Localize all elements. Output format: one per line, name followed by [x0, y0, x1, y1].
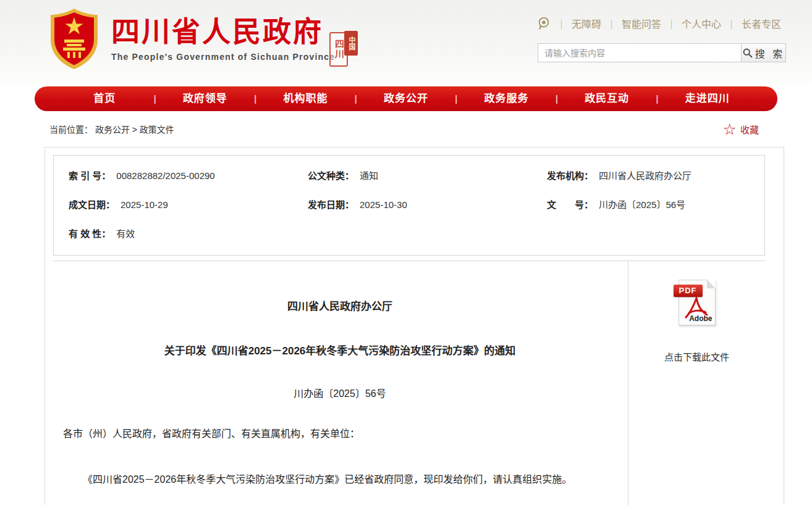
adobe-label: Adobe [689, 314, 712, 323]
link-divider: ｜ [727, 17, 736, 30]
site-logo[interactable]: 四川省人民政府 The People's Government of Sichu… [48, 7, 335, 70]
national-emblem-icon [48, 7, 100, 70]
nav-item-gov-info[interactable]: 政务公开 [357, 86, 455, 111]
breadcrumb-row: 当前位置： 政务公开 > 政策文件 ☆ 收藏 [0, 111, 812, 147]
search-input[interactable] [538, 43, 742, 62]
pdf-badge: PDF [674, 285, 703, 297]
breadcrumb-gov-info[interactable]: 政务公开 [95, 125, 130, 135]
content-wrapper: 索 引 号： 008282882/2025-00290 公文种类： 通知 发布机… [44, 147, 784, 505]
meta-label: 发布机构： [547, 169, 593, 182]
nav-item-org-functions[interactable]: 机构职能 [256, 86, 355, 111]
document-meta-table: 索 引 号： 008282882/2025-00290 公文种类： 通知 发布机… [53, 155, 765, 256]
breadcrumb-label: 当前位置： [49, 125, 93, 135]
download-file-link[interactable]: 点击下载此文件 [664, 350, 729, 363]
breadcrumb: 当前位置： 政务公开 > 政策文件 [49, 123, 174, 135]
meta-row: 有 效 性： 有效 [54, 219, 764, 248]
meta-value: 四川省人民政府办公厅 [599, 169, 691, 182]
breadcrumb-separator: > [132, 125, 137, 135]
audio-reader-icon[interactable] [536, 17, 550, 30]
page-fold-corner [707, 280, 716, 288]
search-button-label: 搜 索 [755, 46, 785, 61]
favorite-button[interactable]: ☆ 收藏 [723, 122, 759, 137]
link-personal-center[interactable]: 个人中心 [682, 16, 721, 31]
search-button[interactable]: 搜 索 [742, 43, 786, 62]
link-divider: ｜ [607, 17, 616, 30]
search-icon [742, 48, 753, 58]
meta-write-date: 成文日期： 2025-10-29 [54, 190, 293, 219]
meta-issuing-org: 发布机构： 四川省人民政府办公厅 [532, 161, 764, 190]
meta-doc-no: 文 号： 川办函〔2025〕56号 [532, 190, 764, 219]
document-body-panel: 四川省人民政府办公厅 关于印发《四川省2025－2026年秋冬季大气污染防治攻坚… [53, 261, 765, 505]
document-text: 四川省人民政府办公厅 关于印发《四川省2025－2026年秋冬季大气污染防治攻坚… [53, 261, 628, 505]
meta-label: 文 号： [547, 198, 593, 211]
quick-links-bar: ｜ 无障碍 ｜ 智能问答 ｜ 个人中心 ｜ 长者专区 [536, 16, 781, 31]
favorite-label: 收藏 [740, 123, 759, 136]
meta-value: 通知 [360, 169, 378, 182]
search-bar: 搜 索 [538, 43, 786, 62]
download-sidebar: PDF Adobe 点击下载此文件 [628, 261, 765, 505]
sichuan-seal-stamp: 四川 中国 [329, 31, 358, 68]
meta-row: 成文日期： 2025-10-29 发布日期： 2025-10-30 文 号： 川… [54, 190, 764, 219]
site-header: 四川省人民政府 The People's Government of Sichu… [0, 0, 812, 84]
main-nav: 首页 | 政府领导 | 机构职能 | 政务公开 | 政务服务 | 政民互动 | … [35, 86, 777, 111]
link-smart-qa[interactable]: 智能问答 [622, 16, 661, 31]
meta-value: 008282882/2025-00290 [116, 170, 214, 181]
meta-validity: 有 效 性： 有效 [54, 219, 293, 248]
pdf-file-icon[interactable]: PDF Adobe [679, 280, 716, 325]
favorite-star-icon: ☆ [723, 122, 737, 137]
document-title: 关于印发《四川省2025－2026年秋冬季大气污染防治攻坚行动方案》的通知 [63, 344, 617, 359]
link-accessibility[interactable]: 无障碍 [572, 16, 601, 31]
link-divider: ｜ [557, 17, 566, 30]
meta-label: 有 效 性： [69, 227, 111, 240]
meta-doc-type: 公文种类： 通知 [293, 161, 532, 190]
seal-badge-text: 中国 [344, 31, 358, 56]
meta-value: 2025-10-30 [360, 199, 407, 210]
document-issuer-heading: 四川省人民政府办公厅 [63, 299, 617, 315]
meta-value: 2025-10-29 [121, 199, 168, 210]
document-paragraph: 《四川省2025－2026年秋冬季大气污染防治攻坚行动方案》已经省政府同意，现印… [63, 472, 617, 486]
meta-value: 有效 [116, 227, 135, 240]
meta-publish-date: 发布日期： 2025-10-30 [293, 190, 532, 219]
site-title: 四川省人民政府 [111, 16, 335, 48]
link-divider: ｜ [667, 17, 676, 30]
site-subtitle: The People's Government of Sichuan Provi… [111, 52, 335, 62]
meta-label: 公文种类： [308, 169, 354, 182]
nav-item-gov-leaders[interactable]: 政府领导 [156, 86, 255, 111]
nav-item-about-sichuan[interactable]: 走进四川 [658, 86, 756, 111]
breadcrumb-policy-files[interactable]: 政策文件 [140, 125, 174, 135]
meta-index-no: 索 引 号： 008282882/2025-00290 [54, 161, 293, 190]
document-salutation: 各市（州）人民政府，省政府有关部门、有关直属机构，有关单位： [63, 427, 617, 441]
nav-item-home[interactable]: 首页 [56, 86, 154, 111]
nav-item-interaction[interactable]: 政民互动 [558, 86, 656, 111]
meta-label: 发布日期： [308, 198, 354, 211]
nav-item-gov-services[interactable]: 政务服务 [457, 86, 556, 111]
meta-value: 川办函〔2025〕56号 [599, 198, 685, 211]
meta-label: 成文日期： [69, 198, 115, 211]
document-number: 川办函〔2025〕56号 [63, 386, 617, 401]
link-senior-zone[interactable]: 长者专区 [742, 16, 781, 31]
meta-row: 索 引 号： 008282882/2025-00290 公文种类： 通知 发布机… [54, 161, 764, 190]
meta-label: 索 引 号： [69, 169, 111, 182]
